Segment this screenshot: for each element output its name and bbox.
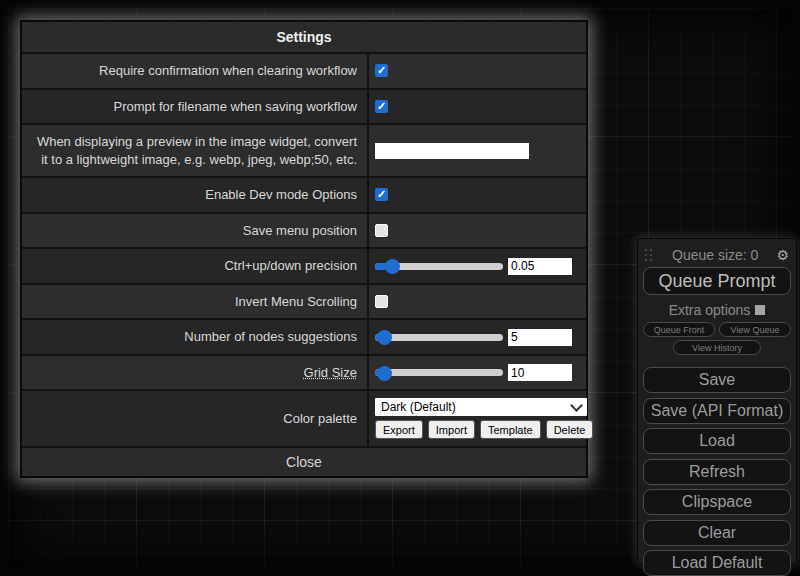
checkbox-dev-mode[interactable]: ✓ xyxy=(375,188,388,201)
settings-row: Grid Size xyxy=(22,356,586,392)
import-button[interactable]: Import xyxy=(428,420,475,439)
precision-slider[interactable] xyxy=(375,257,503,275)
settings-row: Ctrl+up/down precision xyxy=(22,249,586,285)
setting-label-grid-size: Grid Size xyxy=(304,364,357,382)
settings-row: Invert Menu Scrolling xyxy=(22,285,586,321)
refresh-button[interactable]: Refresh xyxy=(643,459,791,485)
setting-label: Color palette xyxy=(22,391,367,446)
delete-button[interactable]: Delete xyxy=(546,420,594,439)
gear-icon[interactable]: ⚙ xyxy=(776,248,789,262)
clear-button[interactable]: Clear xyxy=(643,520,791,546)
setting-label: Require confirmation when clearing workf… xyxy=(22,54,367,88)
setting-label: Ctrl+up/down precision xyxy=(22,249,367,283)
chevron-down-icon xyxy=(570,399,583,412)
setting-label: Number of nodes suggestions xyxy=(22,320,367,354)
color-palette-select[interactable]: Dark (Default) xyxy=(375,398,587,416)
extra-options-checkbox[interactable] xyxy=(755,305,765,315)
close-button[interactable]: Close xyxy=(22,448,586,476)
precision-value-input[interactable] xyxy=(508,258,572,275)
check-icon: ✓ xyxy=(377,65,386,76)
grid-size-slider[interactable] xyxy=(375,364,503,382)
load-button[interactable]: Load xyxy=(643,428,791,454)
save-button[interactable]: Save xyxy=(643,367,791,393)
settings-row: Save menu position xyxy=(22,214,586,250)
checkbox-save-menu-position[interactable] xyxy=(375,224,388,237)
queue-size-label: Queue size: 0 xyxy=(654,247,776,263)
setting-label: Enable Dev mode Options xyxy=(22,178,367,212)
extra-options-label: Extra options xyxy=(669,302,751,318)
setting-label: Prompt for filename when saving workflow xyxy=(22,90,367,124)
queue-prompt-button[interactable]: Queue Prompt xyxy=(643,267,791,295)
checkbox-invert-menu-scrolling[interactable] xyxy=(375,295,388,308)
checkbox-clear-confirmation[interactable]: ✓ xyxy=(375,64,388,77)
suggestions-slider[interactable] xyxy=(375,328,503,346)
checkbox-prompt-filename[interactable]: ✓ xyxy=(375,100,388,113)
preview-format-input[interactable] xyxy=(375,143,529,159)
settings-row: Prompt for filename when saving workflow… xyxy=(22,90,586,126)
suggestions-value-input[interactable] xyxy=(508,329,572,346)
dialog-title: Settings xyxy=(22,22,586,54)
slider-thumb[interactable] xyxy=(377,366,392,381)
export-button[interactable]: Export xyxy=(375,420,423,439)
load-default-button[interactable]: Load Default xyxy=(643,550,791,576)
slider-thumb[interactable] xyxy=(385,259,400,274)
comfy-menu-panel: Queue size: 0 ⚙ Queue Prompt Extra optio… xyxy=(637,238,797,564)
selected-palette: Dark (Default) xyxy=(381,400,456,414)
grid-size-value-input[interactable] xyxy=(508,364,572,381)
view-queue-button[interactable]: View Queue xyxy=(719,322,791,337)
setting-label: When displaying a preview in the image w… xyxy=(22,125,367,176)
settings-row: When displaying a preview in the image w… xyxy=(22,125,586,178)
settings-row: Color palette Dark (Default) Export Impo… xyxy=(22,391,586,448)
check-icon: ✓ xyxy=(377,189,386,200)
setting-label: Save menu position xyxy=(22,214,367,248)
slider-thumb[interactable] xyxy=(377,330,392,345)
clipspace-button[interactable]: Clipspace xyxy=(643,489,791,515)
settings-row: Require confirmation when clearing workf… xyxy=(22,54,586,90)
template-button[interactable]: Template xyxy=(480,420,541,439)
check-icon: ✓ xyxy=(377,101,386,112)
settings-row: Enable Dev mode Options ✓ xyxy=(22,178,586,214)
view-history-button[interactable]: View History xyxy=(673,340,761,355)
setting-label: Invert Menu Scrolling xyxy=(22,285,367,319)
save-api-button[interactable]: Save (API Format) xyxy=(643,398,791,424)
settings-row: Number of nodes suggestions xyxy=(22,320,586,356)
queue-front-button[interactable]: Queue Front xyxy=(643,322,715,337)
settings-dialog: Settings Require confirmation when clear… xyxy=(20,20,588,478)
drag-handle-icon[interactable] xyxy=(645,249,654,262)
